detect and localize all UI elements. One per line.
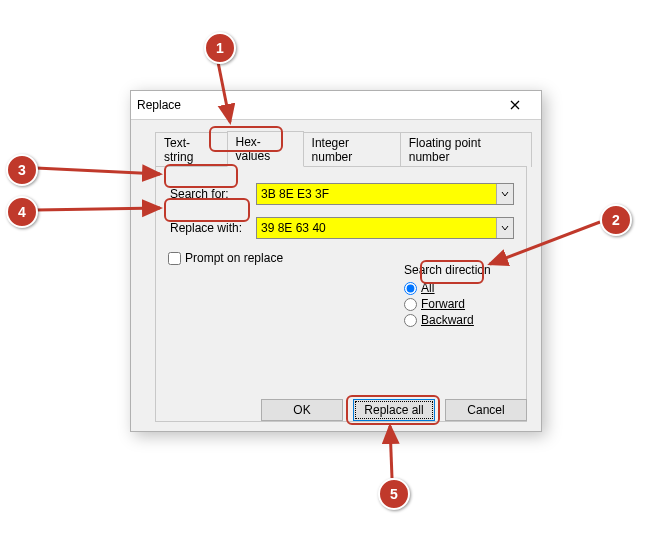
tab-integer[interactable]: Integer number — [303, 132, 401, 167]
replace-dialog: Replace Text-string Hex-values Integer n… — [130, 90, 542, 432]
replace-with-dropdown[interactable] — [496, 218, 513, 238]
radio-all-label: All — [421, 281, 434, 295]
replace-with-input[interactable] — [257, 221, 496, 235]
radio-forward-label: Forward — [421, 297, 465, 311]
tab-hex-values[interactable]: Hex-values — [227, 131, 304, 167]
close-icon — [510, 100, 520, 110]
replace-with-label: Replace with: — [168, 221, 256, 235]
search-for-input[interactable] — [257, 187, 496, 201]
search-direction-group: Search direction All Forward Backward — [404, 263, 516, 329]
callout-2: 2 — [600, 204, 632, 236]
radio-forward[interactable] — [404, 298, 417, 311]
callout-1: 1 — [204, 32, 236, 64]
close-button[interactable] — [495, 93, 535, 117]
replace-with-combo[interactable] — [256, 217, 514, 239]
prompt-on-replace-checkbox[interactable] — [168, 252, 181, 265]
search-for-dropdown[interactable] — [496, 184, 513, 204]
radio-all[interactable] — [404, 282, 417, 295]
prompt-on-replace-label: Prompt on replace — [185, 251, 283, 265]
tab-float[interactable]: Floating point number — [400, 132, 532, 167]
chevron-down-icon — [501, 191, 509, 197]
search-direction-label: Search direction — [404, 263, 516, 277]
search-for-label: Search for: — [168, 187, 256, 201]
button-row: OK Replace all Cancel — [261, 399, 527, 421]
cancel-button[interactable]: Cancel — [445, 399, 527, 421]
chevron-down-icon — [501, 225, 509, 231]
replace-all-button[interactable]: Replace all — [353, 399, 435, 421]
dialog-title: Replace — [137, 98, 495, 112]
tab-panel: Search for: Replace with: Prompt on repl… — [155, 166, 527, 422]
callout-3: 3 — [6, 154, 38, 186]
ok-button[interactable]: OK — [261, 399, 343, 421]
radio-backward-label: Backward — [421, 313, 474, 327]
callout-4: 4 — [6, 196, 38, 228]
callout-5: 5 — [378, 478, 410, 510]
search-for-combo[interactable] — [256, 183, 514, 205]
svg-line-4 — [390, 426, 392, 478]
titlebar: Replace — [131, 91, 541, 120]
tab-text-string[interactable]: Text-string — [155, 132, 228, 167]
radio-backward[interactable] — [404, 314, 417, 327]
tab-strip: Text-string Hex-values Integer number Fl… — [155, 130, 531, 166]
